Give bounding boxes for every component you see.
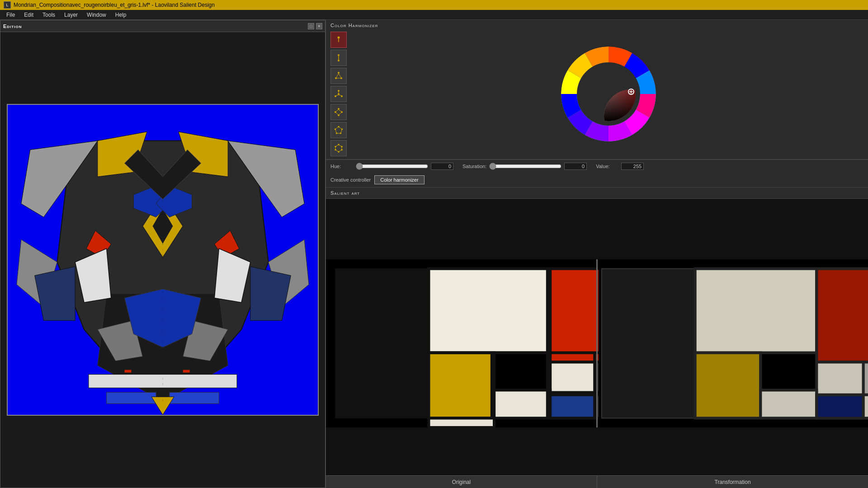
color-harmonizer-button[interactable]: Color harmonizer	[374, 175, 424, 184]
canvas-frame[interactable]	[7, 104, 319, 416]
svg-rect-84	[550, 395, 597, 418]
svg-point-30	[338, 37, 340, 39]
svg-rect-96	[695, 269, 817, 353]
edition-close-btn[interactable]: ✕	[316, 23, 322, 29]
salient-art-title: Salient art	[326, 188, 868, 199]
salient-art-canvas: Original Transformation	[326, 199, 868, 488]
svg-rect-100	[760, 390, 816, 418]
color-harmonizer-title: Color Harmonizer	[330, 23, 863, 28]
value-label: Value:	[596, 164, 618, 169]
menu-bar: File Edit Tools Layer Window Help	[0, 10, 868, 20]
creative-controller-row: Creative controller Color harmonizer	[326, 173, 868, 188]
color-wheel[interactable]	[559, 44, 658, 144]
ch-body	[330, 32, 863, 156]
svg-line-53	[339, 113, 341, 115]
svg-line-47	[339, 95, 341, 96]
svg-rect-101	[816, 395, 863, 418]
app-icon: L	[4, 1, 11, 9]
harmony-star[interactable]	[330, 122, 347, 138]
ch-sliders: Hue: Saturation: Value:	[326, 160, 868, 173]
svg-rect-82	[429, 353, 494, 418]
original-label: Original	[326, 476, 597, 488]
svg-point-41	[338, 90, 340, 92]
menu-edit[interactable]: Edit	[19, 11, 38, 19]
svg-rect-102	[863, 362, 868, 394]
harmony-square[interactable]	[330, 104, 347, 120]
harmony-hex[interactable]	[330, 140, 347, 156]
svg-rect-99	[695, 353, 761, 418]
title-bar-text: Mondrian_Compositionavec_rougenoirbleu_e…	[14, 2, 215, 8]
svg-rect-18	[89, 375, 237, 388]
svg-rect-95	[602, 269, 695, 418]
saturation-value[interactable]	[564, 163, 587, 170]
sa-labels: Original Transformation	[326, 475, 868, 488]
menu-window[interactable]: Window	[82, 11, 111, 19]
svg-point-32	[338, 54, 340, 56]
harmony-mono[interactable]	[330, 32, 347, 48]
svg-rect-22	[183, 370, 190, 373]
saturation-slider-group: Saturation:	[462, 163, 587, 170]
hue-slider[interactable]	[356, 164, 428, 168]
svg-line-52	[339, 110, 341, 112]
menu-layer[interactable]: Layer	[60, 11, 82, 19]
svg-rect-85	[429, 418, 494, 427]
value-number[interactable]	[621, 163, 644, 170]
svg-rect-78	[335, 269, 429, 418]
harmony-icons	[330, 32, 349, 156]
svg-rect-19	[107, 392, 156, 404]
right-panel: Color Harmonizer	[326, 20, 868, 488]
edition-title: Edition	[3, 23, 22, 29]
menu-tools[interactable]: Tools	[38, 11, 60, 19]
svg-marker-68	[335, 145, 342, 152]
transformation-label: Transformation	[597, 476, 868, 488]
svg-line-46	[336, 95, 339, 96]
artwork-canvas[interactable]	[8, 105, 318, 415]
hue-label: Hue:	[330, 164, 353, 169]
svg-line-38	[336, 74, 339, 77]
svg-rect-79	[429, 269, 550, 353]
svg-line-55	[336, 110, 339, 112]
svg-rect-97	[816, 269, 868, 362]
mondrian-display	[326, 199, 868, 488]
harmony-triadic[interactable]	[330, 68, 347, 84]
value-slider-group: Value:	[596, 163, 644, 170]
svg-point-51	[335, 111, 336, 113]
menu-help[interactable]: Help	[111, 11, 131, 19]
left-panel: Edition □ ✕	[0, 20, 326, 488]
creative-controller-label: Creative controller	[330, 177, 371, 183]
saturation-label: Saturation:	[462, 164, 486, 169]
main-layout: Edition □ ✕	[0, 20, 868, 488]
hue-slider-group: Hue:	[330, 163, 453, 170]
svg-marker-61	[335, 127, 342, 134]
saturation-slider[interactable]	[489, 164, 561, 168]
color-wheel-container	[353, 32, 863, 156]
salient-art-section: Salient art	[326, 188, 868, 488]
svg-point-48	[338, 108, 340, 110]
color-harmonizer-section: Color Harmonizer	[326, 20, 868, 160]
hue-value[interactable]	[431, 163, 453, 170]
svg-point-44	[338, 93, 340, 95]
svg-point-35	[338, 72, 340, 74]
canvas-area	[0, 32, 325, 488]
svg-rect-83	[494, 390, 550, 418]
menu-file[interactable]: File	[2, 11, 19, 19]
svg-line-54	[336, 113, 339, 115]
edition-header: Edition □ ✕	[0, 20, 325, 32]
edition-controls: □ ✕	[308, 23, 322, 29]
title-bar: L Mondrian_Compositionavec_rougenoirbleu…	[0, 0, 868, 10]
edition-maximize-btn[interactable]: □	[308, 23, 314, 29]
svg-line-39	[339, 74, 341, 77]
svg-point-49	[341, 111, 343, 113]
harmony-split-comp[interactable]	[330, 86, 347, 102]
svg-rect-21	[124, 370, 131, 373]
harmony-complementary[interactable]	[330, 50, 347, 66]
svg-point-33	[338, 60, 340, 61]
svg-rect-20	[170, 392, 219, 404]
